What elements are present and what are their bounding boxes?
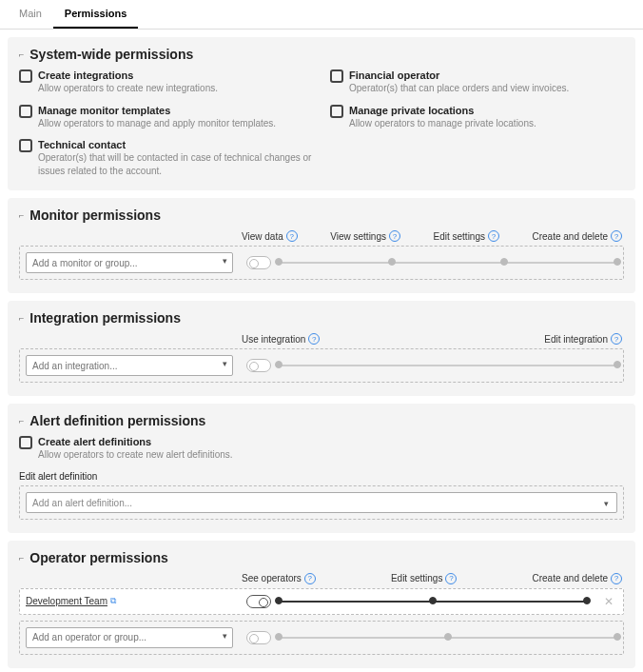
tabs: Main Permissions [0, 0, 643, 30]
checkbox-financial-operator[interactable] [330, 69, 343, 83]
collapse-icon[interactable]: ⌐ [19, 210, 24, 220]
collapse-icon[interactable]: ⌐ [19, 49, 24, 59]
tab-main[interactable]: Main [8, 0, 53, 29]
perm-desc: Operator(s) that will be contacted in ca… [38, 151, 313, 177]
section-monitor: ⌐Monitor permissions View data? View set… [8, 198, 635, 293]
help-icon[interactable]: ? [304, 573, 316, 584]
slider[interactable] [279, 365, 617, 366]
external-link-icon[interactable]: ⧉ [110, 596, 116, 606]
section-title: Operator permissions [29, 550, 168, 565]
collapse-icon[interactable]: ⌐ [19, 553, 24, 563]
checkbox-technical-contact[interactable] [19, 139, 32, 152]
toggle[interactable] [246, 256, 271, 269]
perm-label: Manage private locations [349, 105, 536, 116]
perm-label: Manage monitor templates [38, 105, 276, 116]
col-label: Edit integration [544, 334, 608, 345]
checkbox-manage-templates[interactable] [19, 105, 32, 118]
slider[interactable] [279, 262, 617, 264]
section-integration: ⌐Integration permissions Use integration… [8, 301, 635, 396]
help-icon[interactable]: ? [389, 230, 400, 242]
help-icon[interactable]: ? [611, 230, 622, 242]
column-headers: See operators? Edit settings? Create and… [19, 573, 624, 584]
column-headers: View data? View settings? Edit settings?… [19, 230, 624, 242]
help-icon[interactable]: ? [488, 230, 499, 242]
section-alert: ⌐Alert definition permissions Create ale… [8, 404, 635, 533]
toggle[interactable] [246, 595, 271, 608]
column-headers: Use integration? Edit integration? [19, 333, 624, 345]
remove-icon[interactable]: ✕ [600, 595, 617, 608]
perm-label: Create integrations [38, 69, 218, 81]
col-label: Edit settings [391, 573, 442, 583]
checkbox-create-integrations[interactable] [19, 69, 32, 83]
operator-link[interactable]: Development Team [26, 596, 107, 606]
help-icon[interactable]: ? [308, 333, 320, 345]
section-title: Alert definition permissions [29, 413, 205, 428]
section-system: ⌐ System-wide permissions Create integra… [8, 37, 635, 190]
perm-desc: Allow operators to create new alert defi… [38, 448, 233, 462]
integration-selector[interactable] [26, 355, 233, 376]
section-title: Monitor permissions [29, 208, 161, 223]
monitor-selector[interactable] [26, 252, 233, 273]
sub-label: Edit alert definition [19, 471, 624, 482]
perm-desc: Allow operators to manage private locati… [349, 117, 536, 130]
col-label: View settings [330, 231, 386, 242]
col-label: Create and delete [532, 573, 608, 583]
col-label: See operators [242, 573, 302, 583]
col-label: Edit settings [434, 231, 485, 242]
add-row: ▾ [19, 246, 624, 280]
perm-desc: Operator(s) that can place orders and vi… [349, 82, 569, 95]
chevron-down-icon: ▾ [604, 493, 609, 514]
tab-permissions[interactable]: Permissions [53, 0, 138, 29]
checkbox-create-alert[interactable] [19, 436, 32, 449]
toggle[interactable] [246, 359, 271, 372]
add-row: ▾ [19, 621, 624, 655]
perm-desc: Allow operators to create new integratio… [38, 82, 218, 95]
perm-label: Financial operator [349, 69, 569, 81]
help-icon[interactable]: ? [445, 573, 457, 584]
section-title: System-wide permissions [29, 47, 193, 62]
alert-selector[interactable]: Add an alert definition...▾ [26, 492, 617, 513]
help-icon[interactable]: ? [611, 573, 622, 584]
perm-label: Technical contact [38, 139, 313, 150]
operator-selector[interactable] [26, 627, 233, 648]
col-label: View data [242, 231, 283, 242]
help-icon[interactable]: ? [286, 230, 298, 242]
slider[interactable] [279, 601, 587, 603]
col-label: Create and delete [532, 231, 608, 242]
add-row: Add an alert definition...▾ [19, 485, 624, 520]
section-title: Integration permissions [29, 310, 181, 326]
slider[interactable] [279, 637, 617, 639]
checkbox-private-locations[interactable] [330, 105, 343, 118]
col-label: Use integration [242, 334, 305, 345]
section-operator: ⌐Operator permissions See operators? Edi… [8, 541, 635, 668]
perm-label: Create alert definitions [38, 436, 233, 447]
collapse-icon[interactable]: ⌐ [19, 416, 24, 425]
help-icon[interactable]: ? [611, 333, 622, 345]
perm-desc: Allow operators to manage and apply moni… [38, 117, 276, 130]
collapse-icon[interactable]: ⌐ [19, 313, 24, 323]
add-row: ▾ [19, 348, 624, 383]
toggle[interactable] [246, 631, 271, 644]
operator-row: Development Team⧉ ✕ [19, 588, 624, 615]
